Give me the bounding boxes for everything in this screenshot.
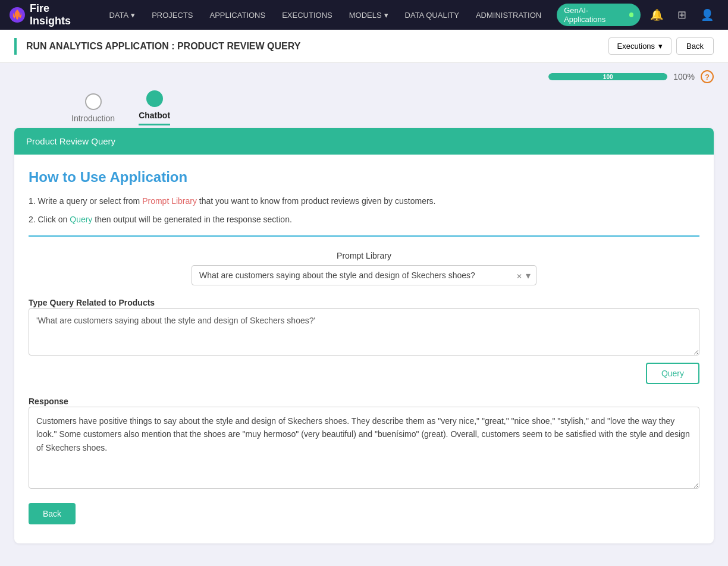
user-icon[interactable]: 👤 [696,6,718,24]
brand[interactable]: Fire Insights [10,2,89,27]
back-card-button[interactable]: Back [29,503,76,524]
help-icon[interactable]: ? [701,70,714,83]
brand-name: Fire Insights [30,2,89,27]
workspace-badge[interactable]: GenAI-Applications [557,4,641,26]
response-label: Response [29,397,68,406]
select-icons [516,270,531,281]
progress-row: 100 100% ? [0,63,728,90]
models-chevron-icon [384,11,388,20]
notifications-icon[interactable]: 🔔 [645,6,668,24]
how-to-title: How to Use Application [29,169,699,185]
query-label: Type Query Related to Products [29,298,155,307]
tab-chatbot-underline [139,124,170,125]
prompt-library-link[interactable]: Prompt Library [142,196,197,206]
tab-introduction[interactable]: Introduction [71,93,115,125]
page-title: RUN ANALYTICS APPLICATION : PRODUCT REVI… [26,41,608,52]
prompt-library-select-wrapper: What are customers saying about the styl… [192,265,536,285]
select-chevron-icon[interactable] [526,270,531,281]
header-bar [14,38,17,55]
card-body: How to Use Application 1. Write a query … [14,155,714,543]
nav-data-quality[interactable]: DATA QUALITY [399,7,465,23]
progress-bar-fill: 100 [548,73,667,80]
tabs-row: Introduction Chatbot [0,90,728,128]
tab-introduction-label: Introduction [71,114,115,123]
tab-chatbot-label: Chatbot [139,111,170,120]
progress-percent: 100% [673,72,695,81]
page-header: RUN ANALYTICS APPLICATION : PRODUCT REVI… [0,30,728,63]
prompt-library-label: Prompt Library [192,251,536,260]
nav-projects[interactable]: PROJECTS [146,7,199,23]
response-textarea[interactable] [29,407,699,489]
nav-models[interactable]: MODELS [343,7,394,23]
nav-data[interactable]: DATA [103,7,141,23]
nav-administration[interactable]: ADMINISTRATION [470,7,547,23]
card-header: Product Review Query [14,128,714,155]
workspace-dot [629,12,633,17]
main-card: Product Review Query How to Use Applicat… [14,128,714,543]
main-content: Product Review Query How to Use Applicat… [0,128,728,558]
fire-icon [10,7,25,23]
grid-icon[interactable]: ⊞ [673,6,691,24]
query-section: Type Query Related to Products [29,297,699,358]
query-textarea[interactable] [29,308,699,356]
tab-chatbot-circle [146,90,163,107]
nav-applications[interactable]: APPLICATIONS [204,7,272,23]
data-chevron-icon [131,11,135,20]
navbar: Fire Insights DATA PROJECTS APPLICATIONS… [0,0,728,30]
response-section: Response [29,396,699,491]
section-divider [29,235,699,237]
tab-introduction-circle [85,93,102,110]
tab-chatbot[interactable]: Chatbot [139,90,170,128]
query-button[interactable]: Query [646,363,699,384]
prompt-library-select[interactable]: What are customers saying about the styl… [192,265,536,285]
nav-executions[interactable]: EXECUTIONS [276,7,338,23]
instruction-2: 2. Click on Query then output will be ge… [29,213,699,226]
query-link[interactable]: Query [70,215,92,224]
instruction-1: 1. Write a query or select from Prompt L… [29,195,699,207]
back-header-button[interactable]: Back [676,37,714,55]
progress-bar-wrapper: 100 [548,73,667,80]
query-button-row: Query [29,363,699,384]
executions-button[interactable]: Executions [608,37,672,55]
clear-icon[interactable] [516,270,522,281]
executions-chevron-icon [658,42,663,51]
